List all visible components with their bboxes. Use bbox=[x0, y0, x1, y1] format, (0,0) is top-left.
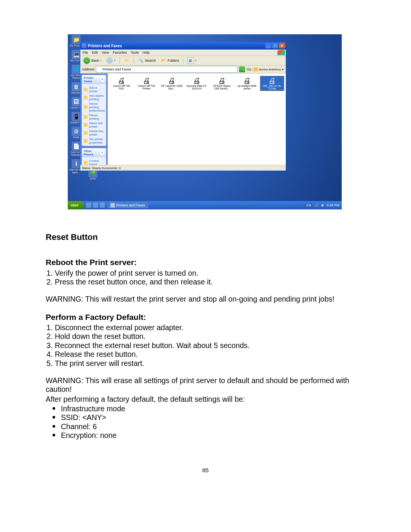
printer-icon: 🖨 bbox=[193, 77, 201, 85]
screenshot-desktop: 📁My Docu... 💻My Comp 🌐My Netw Places 🗑Re… bbox=[68, 34, 342, 209]
clock[interactable]: 8:48 PM bbox=[327, 203, 339, 207]
printer-item-selected[interactable]: 🖨OKI_391 on Ts-7119a bbox=[260, 76, 284, 91]
menu-help[interactable]: Help bbox=[142, 51, 150, 54]
menu-view[interactable]: View bbox=[102, 51, 109, 54]
list-item: Encryption: none bbox=[61, 431, 365, 440]
up-button[interactable]: 📁 bbox=[122, 57, 131, 64]
address-input[interactable] bbox=[96, 66, 237, 73]
window-titlebar[interactable]: Printers and Faxes _ □ ✕ bbox=[80, 42, 286, 50]
printers-window: Printers and Faxes _ □ ✕ File Edit View … bbox=[80, 42, 286, 171]
windows-flag-icon bbox=[277, 50, 285, 55]
other-places-panel: Other Places^ Control Panel Scanners and… bbox=[82, 148, 106, 165]
minimize-button[interactable]: _ bbox=[265, 43, 271, 48]
taskbar: start Printers and Faxes EN 🔊 🖥 8:48 PM bbox=[68, 201, 342, 209]
list-item: Hold down the reset button. bbox=[55, 332, 365, 341]
panel-header: Other Places bbox=[84, 149, 100, 156]
menu-favorites[interactable]: Favorites bbox=[113, 51, 127, 54]
tray-icon[interactable]: 🖥 bbox=[321, 203, 324, 207]
list-item: Verify the power of print server is turn… bbox=[55, 269, 365, 278]
back-button[interactable]: ←Back▾ bbox=[82, 56, 103, 65]
panel-header: Printer Tasks bbox=[84, 76, 100, 83]
printer-icon: 🖨 bbox=[268, 77, 276, 85]
views-button[interactable]: ▦▾ bbox=[186, 56, 198, 65]
tasks-sidebar: Printer Tasks^ Add a printer See what's … bbox=[80, 73, 108, 165]
address-bar: Address → Go Norton AntiVirus ▾ bbox=[80, 66, 286, 73]
start-button[interactable]: start bbox=[68, 201, 84, 209]
language-indicator[interactable]: EN bbox=[305, 203, 312, 207]
quick-launch[interactable] bbox=[86, 203, 105, 208]
task-delete[interactable]: Delete this printer bbox=[84, 129, 104, 137]
address-label: Address bbox=[82, 67, 94, 71]
menu-edit[interactable]: Edit bbox=[92, 51, 98, 54]
norton-toolbar[interactable]: Norton AntiVirus ▾ bbox=[253, 67, 284, 71]
printer-icon: 🖨 bbox=[243, 77, 251, 85]
list-item: Release the reset button. bbox=[55, 350, 365, 359]
printer-icon: 🖨 bbox=[118, 77, 125, 85]
heading-reset-button: Reset Button bbox=[46, 232, 365, 242]
collapse-icon[interactable]: ^ bbox=[100, 150, 104, 155]
task-preferences[interactable]: Select printing preferences bbox=[84, 101, 104, 113]
printers-list: 🖨Canon MP730 FAX 🖨Canon MP730 Printer 🖨H… bbox=[108, 73, 286, 165]
printer-item[interactable]: 🖨EPSON Stylus C60 Series... bbox=[210, 76, 234, 91]
heading-factory: Perform a Factory Default bbox=[46, 312, 365, 322]
task-properties[interactable]: Set printer properties bbox=[84, 137, 104, 145]
printer-item[interactable]: 🖨Canon MP730 Printer bbox=[134, 76, 159, 91]
printer-item[interactable]: 🖨Canon MP730 FAX bbox=[109, 76, 134, 91]
window-title: Printers and Faxes bbox=[88, 44, 122, 48]
task-add-printer[interactable]: Add a printer bbox=[84, 85, 104, 93]
page-number: 85 bbox=[46, 467, 365, 474]
window-icon bbox=[82, 43, 86, 48]
list-item: Infrastructure mode bbox=[61, 404, 365, 413]
warning-reboot: WARNING: This will restart the print ser… bbox=[46, 295, 365, 304]
after-factory: After performing a factory default, the … bbox=[46, 395, 365, 404]
menu-file[interactable]: File bbox=[83, 51, 88, 54]
task-see-printing[interactable]: See what's printing bbox=[84, 93, 104, 101]
list-item: Channel: 6 bbox=[61, 422, 365, 431]
printer-tasks-panel: Printer Tasks^ Add a printer See what's … bbox=[82, 75, 106, 146]
printer-item[interactable]: 🖨Kyocera Mita FS-1010 KX bbox=[185, 76, 209, 91]
printer-icon: 🖨 bbox=[168, 77, 175, 85]
heading-reboot: Reboot the Print server bbox=[46, 257, 365, 267]
place-control-panel[interactable]: Control Panel bbox=[84, 158, 104, 165]
close-button[interactable]: ✕ bbox=[279, 43, 285, 48]
status-bar: Status: Ready Documents: 0 bbox=[80, 165, 286, 171]
menubar: File Edit View Favorites Tools Help bbox=[80, 50, 286, 56]
maximize-button[interactable]: □ bbox=[272, 43, 278, 48]
defaults-list: Infrastructure mode SSID: <ANY> Channel:… bbox=[46, 404, 365, 440]
task-share[interactable]: Share this printer bbox=[84, 121, 104, 129]
list-item: Press the reset button once, and then re… bbox=[55, 278, 365, 286]
printer-icon: 🖨 bbox=[143, 77, 150, 85]
menu-tools[interactable]: Tools bbox=[131, 51, 139, 54]
forward-button[interactable]: →▾ bbox=[105, 56, 117, 65]
system-tray[interactable]: EN 🔊 🖥 8:48 PM bbox=[305, 203, 342, 207]
printer-item[interactable]: 🖨HP LaserJet 1200 Seri... bbox=[159, 76, 184, 91]
printer-icon: 🖨 bbox=[218, 77, 226, 85]
printer-item[interactable]: 🖨hp deskjet 5600 series bbox=[235, 76, 259, 91]
go-button[interactable]: → bbox=[239, 66, 245, 72]
warning-factory: WARNING: This will erase all settings of… bbox=[46, 376, 365, 394]
list-item: The print server will restart. bbox=[55, 359, 365, 368]
search-button[interactable]: 🔍Search bbox=[136, 57, 158, 64]
list-item: SSID: <ANY> bbox=[61, 413, 365, 422]
folders-button[interactable]: 📂Folders bbox=[159, 57, 181, 64]
list-item: Disconnect the external power adapter. bbox=[55, 323, 365, 332]
tray-icon[interactable]: 🔊 bbox=[314, 203, 319, 207]
reboot-steps: Verify the power of print server is turn… bbox=[46, 269, 365, 287]
list-item: Reconnect the external reset button. Wai… bbox=[55, 341, 365, 350]
document-body: Reset Button Reboot the Print server Ver… bbox=[46, 232, 365, 474]
factory-steps: Disconnect the external power adapter. H… bbox=[46, 323, 365, 368]
collapse-icon[interactable]: ^ bbox=[100, 77, 104, 82]
task-pause[interactable]: Pause printing bbox=[84, 113, 104, 121]
go-label: Go bbox=[247, 67, 251, 71]
toolbar: ←Back▾ →▾ 📁 🔍Search 📂Folders ▦▾ bbox=[80, 56, 286, 66]
taskbar-item[interactable]: Printers and Faxes bbox=[107, 202, 148, 208]
